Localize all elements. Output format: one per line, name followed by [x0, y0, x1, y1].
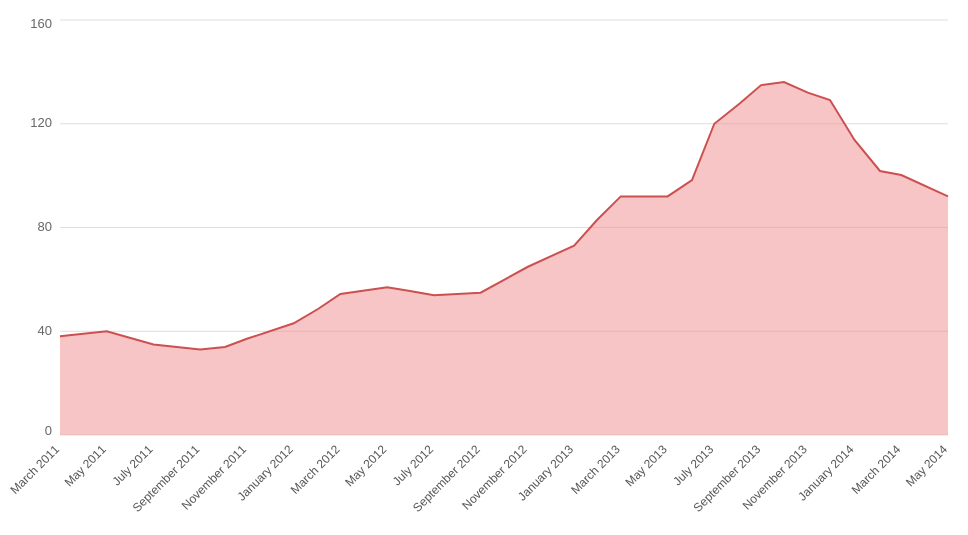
y-label-160: 160: [30, 16, 52, 31]
chart-container: 0 40 80 120 160 March 2011 May 2011 July…: [0, 0, 968, 535]
area-fill: [60, 82, 948, 435]
y-label-40: 40: [38, 323, 52, 338]
x-label-14: July 2013: [670, 442, 716, 488]
x-label-13: May 2013: [623, 442, 670, 489]
y-label-120: 120: [30, 115, 52, 130]
x-label-7: May 2012: [342, 442, 389, 489]
x-label-18: March 2014: [849, 442, 904, 497]
x-label-19: May 2014: [903, 442, 950, 489]
y-label-0: 0: [45, 423, 52, 438]
x-label-8: July 2012: [390, 442, 436, 488]
x-label-0: March 2011: [7, 442, 62, 497]
x-axis-labels: March 2011 May 2011 July 2011 September …: [7, 442, 950, 515]
y-label-80: 80: [38, 219, 52, 234]
x-label-6: March 2012: [288, 442, 343, 497]
x-label-2: July 2011: [109, 442, 155, 488]
area-chart: 0 40 80 120 160 March 2011 May 2011 July…: [60, 20, 948, 435]
x-label-12: March 2013: [568, 442, 623, 497]
x-label-1: May 2011: [62, 442, 109, 489]
